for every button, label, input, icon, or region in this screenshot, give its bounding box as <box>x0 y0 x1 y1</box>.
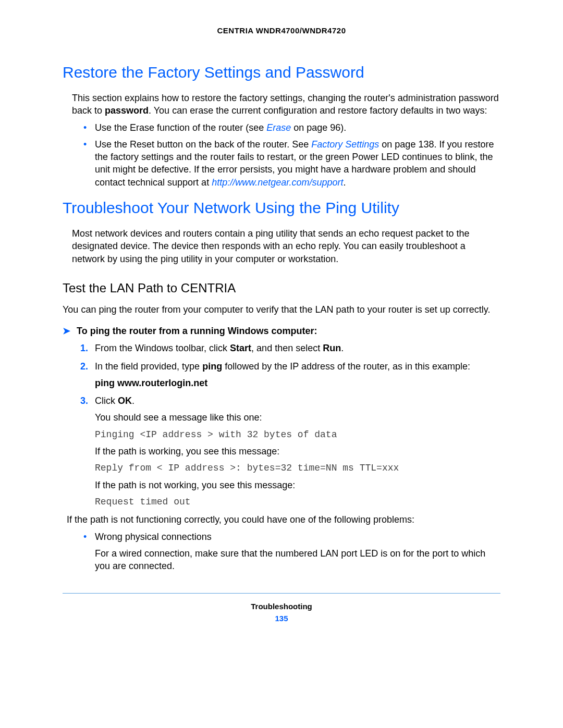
text: Use the Reset button on the back of the … <box>95 139 311 150</box>
triangle-icon: ➤ <box>63 325 70 337</box>
text: From the Windows toolbar, click <box>95 343 230 353</box>
text-bold-run: Run <box>323 343 341 353</box>
link-support-url[interactable]: http://www.netgear.com/support <box>212 177 343 188</box>
problems-intro: If the path is not functioning correctly… <box>67 513 500 526</box>
text: Use the Erase function of the router (se… <box>95 122 266 133</box>
document-page: CENTRIA WNDR4700/WNDR4720 Restore the Fa… <box>0 0 563 728</box>
footer: Troubleshooting 135 <box>63 593 500 623</box>
problem-head: Wrong physical connections <box>95 532 212 542</box>
code-output-pinging: Pinging <IP address > with 32 bytes of d… <box>95 428 500 441</box>
step-3: Click OK. You should see a message like … <box>83 394 500 508</box>
procedure-heading: ➤ To ping the router from a running Wind… <box>63 325 500 337</box>
procedure-title: To ping the router from a running Window… <box>77 326 317 337</box>
restore-intro: This section explains how to restore the… <box>72 92 500 117</box>
text: You should see a message like this one: <box>95 411 500 424</box>
page-number: 135 <box>63 614 500 623</box>
code-output-reply: Reply from < IP address >: bytes=32 time… <box>95 462 500 474</box>
restore-bullet-list: Use the Erase function of the router (se… <box>63 121 500 189</box>
heading-troubleshoot-ping: Troubleshoot Your Network Using the Ping… <box>63 199 500 217</box>
text: In the field provided, type <box>95 361 202 372</box>
link-erase[interactable]: Erase <box>266 122 291 133</box>
list-item: Use the Reset button on the back of the … <box>83 138 500 189</box>
heading-test-lan-path: Test the LAN Path to CENTRIA <box>63 281 500 295</box>
text-bold-password: password <box>105 105 149 116</box>
list-item: Use the Erase function of the router (se… <box>83 121 500 134</box>
step-1: From the Windows toolbar, click Start, a… <box>83 342 500 354</box>
text: If the path is working, you see this mes… <box>95 445 500 458</box>
text-bold-ping: ping <box>202 361 222 372</box>
link-factory-settings[interactable]: Factory Settings <box>311 139 379 150</box>
text: followed by the IP address of the router… <box>222 361 470 372</box>
text: . <box>344 177 346 188</box>
footer-section-name: Troubleshooting <box>63 602 500 611</box>
text: Click <box>95 396 118 406</box>
code-output-timeout: Request timed out <box>95 496 500 508</box>
text-bold-ok: OK <box>118 396 132 406</box>
document-header: CENTRIA WNDR4700/WNDR4720 <box>63 26 500 35</box>
heading-restore-factory: Restore the Factory Settings and Passwor… <box>63 64 500 81</box>
problems-list: Wrong physical connections For a wired c… <box>63 530 500 573</box>
text: . You can erase the current configuratio… <box>149 105 487 116</box>
ping-command: ping www.routerlogin.net <box>95 377 500 389</box>
text-bold-start: Start <box>230 343 251 353</box>
list-item: Wrong physical connections For a wired c… <box>83 530 500 573</box>
lan-intro: You can ping the router from your comput… <box>63 303 500 316</box>
procedure-steps: From the Windows toolbar, click Start, a… <box>63 342 500 508</box>
text: . <box>132 396 134 406</box>
text: on page 96). <box>291 122 346 133</box>
problem-desc: For a wired connection, make sure that t… <box>95 547 500 573</box>
ping-intro: Most network devices and routers contain… <box>72 227 500 265</box>
step-2: In the field provided, type ping followe… <box>83 360 500 390</box>
text: If the path is not working, you see this… <box>95 479 500 491</box>
text: , and then select <box>251 343 323 353</box>
text: . <box>341 343 344 353</box>
